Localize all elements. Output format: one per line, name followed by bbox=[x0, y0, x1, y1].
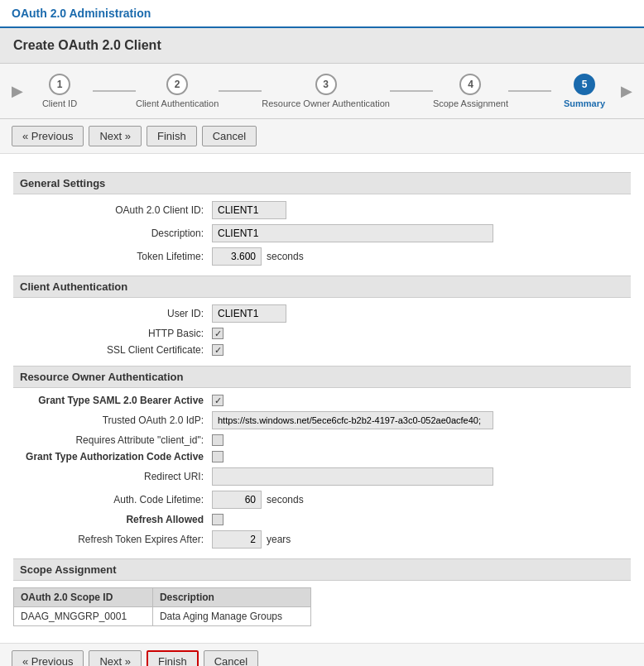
scope-col-header-desc: Description bbox=[152, 588, 310, 607]
http-basic-row: HTTP Basic: bbox=[13, 328, 631, 339]
wizard-line-2 bbox=[219, 90, 262, 92]
app-title: OAuth 2.0 Administration bbox=[0, 0, 644, 28]
auth-code-lifetime-input[interactable] bbox=[212, 491, 262, 509]
wizard-steps: ▶ 1 Client ID 2 Client Authentication 3 … bbox=[0, 64, 644, 119]
http-basic-label: HTTP Basic: bbox=[13, 328, 212, 339]
grant-saml-checkbox[interactable] bbox=[212, 395, 223, 406]
grant-saml-row: Grant Type SAML 2.0 Bearer Active bbox=[13, 395, 631, 406]
auth-code-lifetime-unit: seconds bbox=[267, 494, 304, 505]
scope-desc-cell: Data Aging Manage Groups bbox=[152, 607, 310, 626]
user-id-value-wrapper bbox=[212, 304, 286, 323]
http-basic-checkbox[interactable] bbox=[212, 328, 223, 339]
grant-saml-value-wrapper bbox=[212, 395, 223, 406]
token-lifetime-input[interactable] bbox=[212, 247, 262, 266]
wizard-start-arrow: ▶ bbox=[12, 82, 23, 100]
refresh-token-row: Refresh Token Expires After: years bbox=[13, 530, 631, 549]
client-id-input[interactable] bbox=[212, 201, 286, 219]
step-4-circle: 4 bbox=[459, 74, 481, 95]
step-1-label: Client ID bbox=[42, 98, 77, 108]
next-button-bottom[interactable]: Next » bbox=[89, 650, 142, 666]
step-2-label: Client Authentication bbox=[136, 98, 219, 108]
ssl-cert-value-wrapper bbox=[212, 344, 223, 356]
trusted-idp-value-wrapper bbox=[212, 411, 493, 429]
step-2-circle: 2 bbox=[166, 74, 188, 95]
step-4: 4 Scope Assignment bbox=[433, 74, 508, 108]
scope-table: OAuth 2.0 Scope ID Description DAAG_MNGG… bbox=[13, 587, 311, 626]
grant-auth-code-checkbox[interactable] bbox=[212, 451, 223, 462]
http-basic-value-wrapper bbox=[212, 328, 223, 339]
token-lifetime-value-wrapper: seconds bbox=[212, 247, 304, 266]
auth-code-lifetime-row: Auth. Code Lifetime: seconds bbox=[13, 491, 631, 509]
user-id-input[interactable] bbox=[212, 304, 286, 323]
redirect-uri-row: Redirect URI: bbox=[13, 467, 631, 486]
token-lifetime-row: Token Lifetime: seconds bbox=[13, 247, 631, 266]
client-id-row: OAuth 2.0 Client ID: bbox=[13, 201, 631, 219]
previous-button-bottom[interactable]: « Previous bbox=[12, 650, 84, 666]
scope-assignment-header: Scope Assignment bbox=[13, 558, 631, 581]
step-3-circle: 3 bbox=[315, 74, 337, 95]
bottom-nav-bar: « Previous Next » Finish Cancel bbox=[0, 643, 644, 666]
top-nav-bar: « Previous Next » Finish Cancel bbox=[0, 119, 644, 154]
user-id-row: User ID: bbox=[13, 304, 631, 323]
step-5: 5 Summary bbox=[551, 74, 618, 108]
refresh-token-label: Refresh Token Expires After: bbox=[13, 534, 212, 545]
table-row: DAAG_MNGGRP_0001Data Aging Manage Groups bbox=[14, 607, 311, 626]
general-settings-header: General Settings bbox=[13, 172, 631, 194]
ssl-cert-checkbox[interactable] bbox=[212, 344, 223, 356]
redirect-uri-input[interactable] bbox=[212, 467, 493, 486]
token-lifetime-label: Token Lifetime: bbox=[13, 251, 212, 262]
grant-auth-code-row: Grant Type Authorization Code Active bbox=[13, 451, 631, 462]
cancel-button-bottom[interactable]: Cancel bbox=[204, 650, 258, 666]
token-lifetime-unit: seconds bbox=[267, 251, 304, 262]
grant-auth-code-value-wrapper bbox=[212, 451, 223, 462]
description-value-wrapper bbox=[212, 224, 493, 242]
previous-button-top[interactable]: « Previous bbox=[12, 126, 84, 146]
refresh-allowed-checkbox[interactable] bbox=[212, 514, 223, 525]
refresh-allowed-value-wrapper bbox=[212, 514, 223, 525]
trusted-idp-input[interactable] bbox=[212, 411, 493, 429]
refresh-token-unit: years bbox=[267, 534, 291, 545]
ssl-cert-label: SSL Client Certificate: bbox=[13, 344, 212, 356]
finish-button-top[interactable]: Finish bbox=[147, 126, 197, 146]
scope-id-cell: DAAG_MNGGRP_0001 bbox=[14, 607, 153, 626]
trusted-idp-label: Trusted OAuth 2.0 IdP: bbox=[13, 414, 212, 426]
refresh-allowed-label: Refresh Allowed bbox=[13, 514, 212, 525]
trusted-idp-row: Trusted OAuth 2.0 IdP: bbox=[13, 411, 631, 429]
scope-col-header-id: OAuth 2.0 Scope ID bbox=[14, 588, 153, 607]
wizard-end-arrow: ▶ bbox=[621, 82, 632, 100]
step-1-circle: 1 bbox=[49, 74, 70, 95]
ssl-cert-row: SSL Client Certificate: bbox=[13, 344, 631, 356]
refresh-allowed-row: Refresh Allowed bbox=[13, 514, 631, 525]
refresh-token-input[interactable] bbox=[212, 530, 262, 549]
description-input[interactable] bbox=[212, 224, 493, 242]
redirect-uri-label: Redirect URI: bbox=[13, 471, 212, 482]
requires-attr-row: Requires Attribute "client_id": bbox=[13, 434, 631, 446]
description-label: Description: bbox=[13, 228, 212, 239]
requires-attr-checkbox[interactable] bbox=[212, 434, 223, 446]
grant-auth-code-label: Grant Type Authorization Code Active bbox=[13, 451, 212, 462]
step-5-label: Summary bbox=[564, 98, 605, 108]
client-id-label: OAuth 2.0 Client ID: bbox=[13, 204, 212, 216]
wizard-line-1 bbox=[93, 90, 136, 92]
grant-saml-label: Grant Type SAML 2.0 Bearer Active bbox=[13, 395, 212, 406]
client-auth-header: Client Authentication bbox=[13, 276, 631, 298]
requires-attr-value-wrapper bbox=[212, 434, 223, 446]
redirect-uri-value-wrapper bbox=[212, 467, 493, 486]
client-id-value-wrapper bbox=[212, 201, 286, 219]
step-4-label: Scope Assignment bbox=[433, 98, 508, 108]
wizard-line-4 bbox=[508, 90, 551, 92]
step-2: 2 Client Authentication bbox=[136, 74, 219, 108]
user-id-label: User ID: bbox=[13, 308, 212, 319]
requires-attr-label: Requires Attribute "client_id": bbox=[13, 434, 212, 446]
step-1: 1 Client ID bbox=[26, 74, 93, 108]
step-3: 3 Resource Owner Authentication bbox=[262, 74, 390, 108]
finish-button-bottom[interactable]: Finish bbox=[147, 650, 199, 666]
page-title: Create OAuth 2.0 Client bbox=[0, 28, 644, 64]
main-content: General Settings OAuth 2.0 Client ID: De… bbox=[0, 154, 644, 643]
cancel-button-top[interactable]: Cancel bbox=[202, 126, 257, 146]
step-3-label: Resource Owner Authentication bbox=[262, 98, 390, 108]
step-5-circle: 5 bbox=[574, 74, 595, 95]
next-button-top[interactable]: Next » bbox=[89, 126, 142, 146]
refresh-token-value-wrapper: years bbox=[212, 530, 291, 549]
wizard-line-3 bbox=[390, 90, 433, 92]
